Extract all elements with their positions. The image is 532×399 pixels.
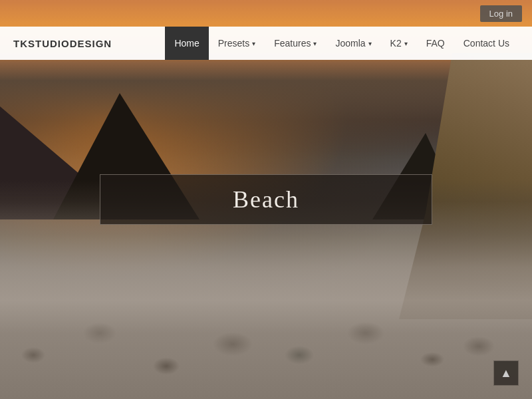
- hero-title-box: Beach: [100, 174, 432, 225]
- chevron-down-icon: ▾: [404, 40, 408, 47]
- brand-logo: TKSTUDIODESIGN: [13, 38, 112, 49]
- nav-item-k2[interactable]: K2▾: [381, 27, 417, 60]
- nav-item-features[interactable]: Features▾: [265, 27, 326, 60]
- nav-item-faq[interactable]: FAQ: [417, 27, 454, 60]
- top-bar: Log in: [0, 0, 532, 27]
- chevron-down-icon: ▾: [313, 40, 317, 47]
- nav-item-home[interactable]: Home: [165, 27, 208, 60]
- hero-title-banner: Beach: [100, 174, 432, 225]
- scroll-top-icon: ▲: [500, 366, 512, 380]
- chevron-down-icon: ▾: [368, 40, 372, 47]
- nav-item-joomla[interactable]: Joomla▾: [326, 27, 380, 60]
- nav-items: HomePresets▾Features▾Joomla▾K2▾FAQContac…: [165, 27, 519, 60]
- hero-section: Log in TKSTUDIODESIGN HomePresets▾Featur…: [0, 0, 532, 399]
- scroll-top-button[interactable]: ▲: [493, 360, 519, 386]
- chevron-down-icon: ▾: [252, 40, 255, 47]
- navbar: TKSTUDIODESIGN HomePresets▾Features▾Joom…: [0, 27, 532, 60]
- hero-title-text: Beach: [233, 186, 299, 213]
- nav-item-presets[interactable]: Presets▾: [209, 27, 265, 60]
- login-button[interactable]: Log in: [480, 5, 522, 22]
- nav-item-contact[interactable]: Contact Us: [454, 27, 519, 60]
